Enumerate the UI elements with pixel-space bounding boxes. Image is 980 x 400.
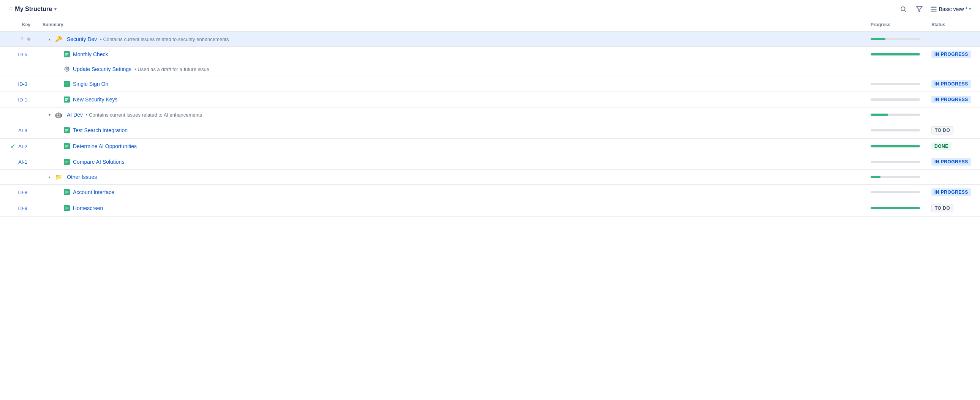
status-cell: IN PROGRESS bbox=[927, 92, 980, 107]
progress-cell bbox=[866, 122, 927, 139]
structure-table: Key Summary Progress Status ⠿ bbox=[0, 18, 980, 217]
status-cell: DONE bbox=[927, 139, 980, 154]
issue-summary-cell: Test Search Integration bbox=[38, 122, 866, 139]
issue-key-link[interactable]: ID-8 bbox=[18, 190, 27, 195]
issue-title[interactable]: Account Interface bbox=[73, 189, 115, 195]
issue-row: Update Security Settings • Used as a dra… bbox=[0, 62, 980, 76]
checkmark-icon: ✓ bbox=[10, 143, 15, 150]
gear-icon bbox=[64, 66, 70, 72]
group-subtitle: • Contains current issues related to AI … bbox=[86, 112, 202, 118]
progress-bar-fill bbox=[870, 38, 885, 40]
group-key-cell bbox=[0, 107, 38, 122]
status-badge: IN PROGRESS bbox=[931, 158, 971, 166]
status-badge: IN PROGRESS bbox=[931, 188, 971, 196]
status-cell bbox=[927, 62, 980, 76]
issue-key-link[interactable]: AI-2 bbox=[18, 143, 27, 149]
issue-row: ✓ AI-2 Determine AI Opportunities bbox=[0, 139, 980, 154]
basic-view-button[interactable]: Basic view* ▾ bbox=[930, 6, 971, 13]
story-icon bbox=[64, 205, 70, 211]
svg-marker-2 bbox=[916, 6, 922, 12]
progress-bar-container bbox=[870, 113, 920, 116]
app-wrapper: ≡ My Structure ▾ bbox=[0, 0, 980, 217]
status-badge: IN PROGRESS bbox=[931, 80, 971, 88]
issue-key-link[interactable]: ID-3 bbox=[18, 81, 27, 87]
progress-cell bbox=[866, 139, 927, 154]
group-title[interactable]: AI Dev bbox=[67, 112, 83, 118]
issue-key-cell: ID-9 bbox=[0, 200, 38, 217]
progress-bar-fill bbox=[870, 145, 920, 147]
progress-cell bbox=[866, 92, 927, 107]
col-header-status: Status bbox=[927, 18, 980, 32]
issue-subtitle: • Used as a draft for a future issue bbox=[134, 67, 209, 72]
story-icon bbox=[64, 159, 70, 165]
group-key-cell bbox=[0, 170, 38, 185]
filter-button[interactable] bbox=[914, 4, 924, 14]
progress-bar-fill bbox=[870, 207, 920, 209]
issue-key-link[interactable]: ID-9 bbox=[18, 206, 27, 211]
status-cell: IN PROGRESS bbox=[927, 76, 980, 92]
progress-cell bbox=[866, 32, 927, 47]
progress-cell bbox=[866, 154, 927, 170]
issue-summary-cell: Compare AI Solutions bbox=[38, 154, 866, 170]
status-cell bbox=[927, 107, 980, 122]
table-body: ⠿ ▾ 🔑 Security Dev • Contains current is… bbox=[0, 32, 980, 217]
issue-key-link[interactable]: AI-3 bbox=[18, 127, 27, 133]
issue-title[interactable]: New Security Keys bbox=[73, 97, 118, 102]
progress-bar-container bbox=[870, 161, 920, 163]
issue-summary-cell: Single Sign On bbox=[38, 76, 866, 92]
issue-summary-cell: Determine AI Opportunities bbox=[38, 139, 866, 154]
progress-cell bbox=[866, 107, 927, 122]
progress-cell bbox=[866, 47, 927, 62]
issue-row: AI-3 Test Search Integration TO DO bbox=[0, 122, 980, 139]
progress-cell bbox=[866, 185, 927, 200]
issue-title[interactable]: Homescreen bbox=[73, 205, 103, 211]
svg-line-1 bbox=[905, 10, 906, 12]
progress-bar-container bbox=[870, 145, 920, 147]
drag-handle[interactable]: ⠿ bbox=[20, 37, 24, 42]
issue-title[interactable]: Compare AI Solutions bbox=[73, 159, 124, 165]
group-summary-cell: ▾ 📁 Other Issues bbox=[38, 170, 866, 185]
issue-title[interactable]: Single Sign On bbox=[73, 81, 108, 87]
progress-cell bbox=[866, 76, 927, 92]
group-title[interactable]: Other Issues bbox=[67, 174, 97, 180]
col-header-key: Key bbox=[0, 18, 38, 32]
progress-cell bbox=[866, 200, 927, 217]
progress-cell bbox=[866, 62, 927, 76]
chevron-icon[interactable]: ▾ bbox=[49, 113, 51, 117]
issue-key-link[interactable]: ID-5 bbox=[18, 52, 27, 57]
filter-icon bbox=[916, 6, 923, 13]
issue-title[interactable]: Determine AI Opportunities bbox=[73, 143, 137, 149]
issue-key-link[interactable]: AI-1 bbox=[18, 159, 27, 165]
status-cell bbox=[927, 32, 980, 47]
progress-bar-container bbox=[870, 38, 920, 40]
header-chevron[interactable]: ▾ bbox=[54, 6, 57, 12]
issue-key-cell: ID-5 bbox=[0, 47, 38, 62]
progress-bar-container bbox=[870, 99, 920, 100]
progress-bar-fill bbox=[870, 113, 888, 116]
svg-point-6 bbox=[66, 69, 68, 70]
issue-title[interactable]: Update Security Settings bbox=[73, 66, 131, 72]
issue-summary-cell: Homescreen bbox=[38, 200, 866, 217]
progress-bar-container bbox=[870, 83, 920, 85]
issue-title[interactable]: Monthly Check bbox=[73, 51, 108, 57]
issue-summary-cell: New Security Keys bbox=[38, 92, 866, 107]
progress-bar-container bbox=[870, 207, 920, 209]
progress-bar-container bbox=[870, 176, 920, 178]
progress-bar-container bbox=[870, 53, 920, 56]
status-cell bbox=[927, 170, 980, 185]
search-button[interactable] bbox=[898, 4, 908, 14]
issue-title[interactable]: Test Search Integration bbox=[73, 127, 127, 133]
status-badge: TO DO bbox=[931, 204, 953, 212]
header-right: Basic view* ▾ bbox=[898, 4, 971, 14]
status-badge: IN PROGRESS bbox=[931, 96, 971, 103]
status-badge: TO DO bbox=[931, 126, 953, 134]
progress-cell bbox=[866, 170, 927, 185]
group-row: ▾ 🤖 AI Dev • Contains current issues rel… bbox=[0, 107, 980, 122]
chevron-icon[interactable]: ▾ bbox=[49, 37, 51, 41]
group-title[interactable]: Security Dev bbox=[67, 36, 97, 42]
issue-row: ID-9 Homescreen TO DO bbox=[0, 200, 980, 217]
status-cell: TO DO bbox=[927, 122, 980, 139]
issue-key-link[interactable]: ID-1 bbox=[18, 97, 27, 102]
progress-bar-container bbox=[870, 129, 920, 131]
chevron-icon[interactable]: ▾ bbox=[49, 175, 51, 179]
